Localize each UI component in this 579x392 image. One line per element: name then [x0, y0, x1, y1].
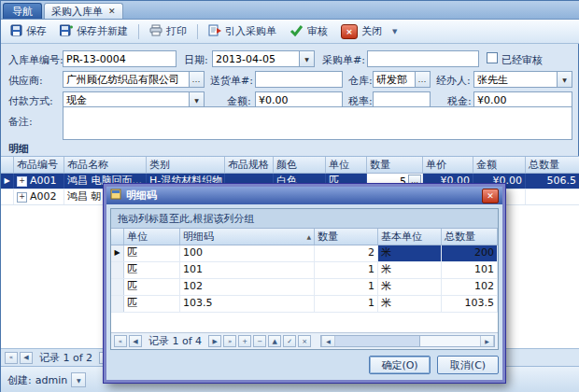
- date-label: 日期:: [184, 53, 208, 67]
- dialog-close-button[interactable]: ✕: [482, 189, 499, 203]
- nav-prev-button[interactable]: ◀: [20, 352, 33, 364]
- cell-qty: 1: [315, 279, 378, 295]
- import-purchase-order-button[interactable]: 引入采购单: [203, 22, 282, 41]
- dialog-row[interactable]: 匹 102 1 米 102: [111, 279, 498, 296]
- save-and-new-label: 保存并新建: [77, 24, 128, 38]
- expand-icon[interactable]: +: [17, 176, 27, 187]
- dialog-grid: 拖动列标题至此,根据该列分组 单位 明细码 ▲ 数量 基本单位 总数量 ▶ 匹 …: [110, 208, 499, 350]
- cancel-button[interactable]: 取消(C): [437, 356, 499, 374]
- created-label: 创建:: [7, 373, 32, 387]
- nav-prev-button[interactable]: ◀: [129, 335, 142, 347]
- column-header-total[interactable]: 总数量: [526, 157, 579, 173]
- date-dropdown-icon[interactable]: ▼: [299, 51, 314, 66]
- column-header-spec[interactable]: 布品规格: [225, 157, 274, 173]
- detail-grid-header: 布品编号 布品名称 类别 布品规格 颜色 单位 数量 单价 金额 总数量: [1, 157, 579, 174]
- close-button[interactable]: × 关闭: [335, 22, 388, 41]
- scroll-left-icon[interactable]: ◀: [321, 336, 335, 346]
- column-header-name[interactable]: 布品名称: [64, 157, 147, 173]
- detail-code-header-label: 明细码: [183, 230, 214, 244]
- row-indicator: [1, 189, 14, 204]
- nav-delete-button[interactable]: −: [253, 335, 266, 347]
- close-icon: ×: [341, 24, 358, 39]
- created-value: admin: [35, 374, 67, 386]
- column-header-unit[interactable]: 单位: [124, 229, 180, 245]
- column-header-qty[interactable]: 数量: [367, 157, 423, 173]
- handler-dropdown-icon[interactable]: ▼: [557, 72, 572, 87]
- audited-checkbox[interactable]: [487, 52, 498, 63]
- audit-button[interactable]: 审核: [284, 22, 333, 41]
- supplier-field[interactable]: 广州顾亿纺织品有限公司 …: [63, 71, 205, 88]
- ok-button[interactable]: 确定(O): [369, 356, 431, 374]
- cell-detail-code: 103.5: [180, 296, 315, 312]
- supplier-label: 供应商:: [8, 74, 43, 88]
- audit-check-icon: [290, 24, 304, 39]
- tab-navigation[interactable]: 导航: [3, 3, 42, 19]
- column-header-amount[interactable]: 金额: [473, 157, 526, 173]
- dialog-title-bar[interactable]: 明细码 ✕: [106, 187, 502, 204]
- scroll-right-icon[interactable]: ▶: [480, 336, 494, 346]
- nav-last-button[interactable]: »: [223, 335, 236, 347]
- tax-value: ¥0.00: [474, 94, 572, 106]
- row-indicator: [111, 296, 124, 312]
- column-header-unit[interactable]: 单位: [326, 157, 367, 173]
- column-header-qty[interactable]: 数量: [315, 229, 378, 245]
- cell-qty: 1: [315, 296, 378, 312]
- tab-strip: 导航 采购入库单 ✕: [1, 1, 579, 20]
- payment-dropdown-icon[interactable]: ▼: [189, 92, 204, 107]
- save-button[interactable]: 保存: [5, 22, 52, 41]
- warehouse-lookup-icon[interactable]: …: [415, 72, 430, 87]
- dialog-icon: [110, 189, 121, 203]
- toolbar: 保存 保存并新建 打印 引入采购单 审核 × 关闭 ▼: [1, 20, 579, 44]
- tab-purchase-inbound[interactable]: 采购入库单 ✕: [44, 3, 123, 19]
- nav-edit-button[interactable]: ▲: [268, 335, 281, 347]
- scrollbar-thumb[interactable]: [335, 336, 420, 346]
- row-indicator: [111, 279, 124, 295]
- supplier-lookup-icon[interactable]: …: [189, 72, 204, 87]
- column-header-price[interactable]: 单价: [423, 157, 473, 173]
- dialog-row[interactable]: 匹 103.5 1 米 103.5: [111, 296, 498, 313]
- handler-label: 经办人:: [436, 74, 471, 88]
- nav-endedit-button[interactable]: ✓: [283, 335, 296, 347]
- nav-next-button[interactable]: ▶: [208, 335, 221, 347]
- status-dropdown-icon[interactable]: ▼: [71, 372, 86, 387]
- column-header-category[interactable]: 类别: [147, 157, 225, 173]
- app-window: 导航 采购入库单 ✕ 保存 保存并新建 打印 引入采购单 审核: [0, 0, 579, 392]
- cell-total-qty: 200: [442, 245, 498, 261]
- delivery-note-field[interactable]: [255, 71, 343, 88]
- nav-first-button[interactable]: «: [114, 335, 127, 347]
- audit-label: 审核: [307, 24, 328, 38]
- date-field[interactable]: 2013-04-05 ▼: [212, 50, 315, 67]
- horizontal-scrollbar[interactable]: ◀ ▶: [320, 335, 495, 347]
- nav-append-button[interactable]: +: [238, 335, 251, 347]
- po-field[interactable]: [367, 50, 479, 67]
- tab-close-icon[interactable]: ✕: [108, 7, 116, 16]
- column-header-detail-code[interactable]: 明细码 ▲: [180, 229, 315, 245]
- column-header-code[interactable]: 布品编号: [14, 157, 64, 173]
- current-row-arrow-icon: ▶: [1, 174, 14, 189]
- cell-base-unit: 米: [378, 279, 442, 295]
- cell-code: +A001: [14, 174, 64, 189]
- cell-code: +A002: [14, 189, 64, 204]
- nav-first-button[interactable]: «: [5, 352, 18, 364]
- expand-icon[interactable]: +: [17, 192, 27, 203]
- handler-field[interactable]: 张先生 ▼: [473, 71, 572, 88]
- cell-total-qty: 101: [442, 262, 498, 278]
- remark-field[interactable]: [63, 106, 572, 140]
- column-header-base-unit[interactable]: 基本单位: [378, 229, 442, 245]
- nav-cancel-button[interactable]: ×: [298, 335, 311, 347]
- warehouse-field[interactable]: 研发部 …: [373, 71, 431, 88]
- dialog-row[interactable]: 匹 101 1 米 101: [111, 262, 498, 279]
- cell-detail-code: 102: [180, 279, 315, 295]
- save-and-new-button[interactable]: 保存并新建: [54, 22, 134, 41]
- current-row-arrow-icon: ▶: [111, 245, 124, 261]
- order-no-field[interactable]: PR-13-0004: [63, 50, 177, 67]
- save-and-new-icon: [60, 24, 73, 39]
- column-header-color[interactable]: 颜色: [274, 157, 326, 173]
- group-by-panel[interactable]: 拖动列标题至此,根据该列分组: [111, 209, 498, 229]
- print-button[interactable]: 打印: [144, 22, 192, 41]
- column-header-total-qty[interactable]: 总数量: [442, 229, 498, 245]
- dialog-row-selected[interactable]: ▶ 匹 100 2 米 200: [111, 245, 498, 262]
- order-no-value: PR-13-0004: [64, 53, 176, 65]
- toolbar-overflow-icon[interactable]: ▼: [389, 28, 400, 35]
- warehouse-label: 仓库:: [348, 74, 373, 88]
